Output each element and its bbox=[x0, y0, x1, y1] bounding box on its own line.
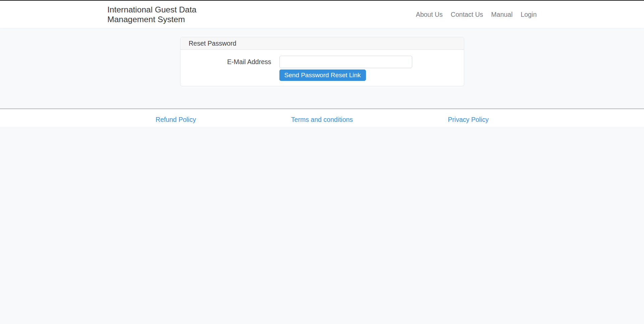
nav-item-manual[interactable]: Manual bbox=[487, 11, 517, 18]
main-content: Reset Password E-Mail Address Send Passw… bbox=[0, 37, 644, 108]
refund-policy-link[interactable]: Refund Policy bbox=[156, 116, 196, 123]
footer-col-refund: Refund Policy bbox=[103, 109, 249, 124]
navbar-container: International Guest Data Management Syst… bbox=[107, 1, 537, 28]
footer-col-privacy: Privacy Policy bbox=[395, 109, 541, 124]
brand-line-1: International Guest Data bbox=[107, 5, 197, 14]
nav-item-login[interactable]: Login bbox=[517, 11, 537, 18]
send-password-reset-link-button[interactable]: Send Password Reset Link bbox=[279, 70, 366, 81]
card-header: Reset Password bbox=[180, 37, 464, 50]
submit-row: Send Password Reset Link bbox=[189, 70, 456, 81]
privacy-policy-link[interactable]: Privacy Policy bbox=[448, 116, 488, 123]
footer-col-terms: Terms and conditions bbox=[249, 109, 395, 124]
page-footer: Refund Policy Terms and conditions Priva… bbox=[0, 108, 644, 127]
brand-line-2: Management System bbox=[107, 15, 185, 24]
card-title: Reset Password bbox=[189, 40, 236, 47]
card-body: E-Mail Address Send Password Reset Link bbox=[180, 50, 464, 86]
footer-container: Refund Policy Terms and conditions Priva… bbox=[103, 109, 541, 124]
nav-item-about-us[interactable]: About Us bbox=[412, 11, 447, 18]
nav-item-contact-us[interactable]: Contact Us bbox=[447, 11, 487, 18]
email-label: E-Mail Address bbox=[189, 58, 271, 66]
terms-and-conditions-link[interactable]: Terms and conditions bbox=[291, 116, 353, 123]
email-form-row: E-Mail Address bbox=[189, 56, 456, 68]
email-input[interactable] bbox=[279, 56, 412, 68]
navbar: International Guest Data Management Syst… bbox=[0, 1, 644, 28]
brand-link[interactable]: International Guest Data Management Syst… bbox=[107, 5, 197, 24]
reset-password-card: Reset Password E-Mail Address Send Passw… bbox=[180, 37, 464, 86]
nav-links: About Us Contact Us Manual Login bbox=[412, 11, 537, 18]
